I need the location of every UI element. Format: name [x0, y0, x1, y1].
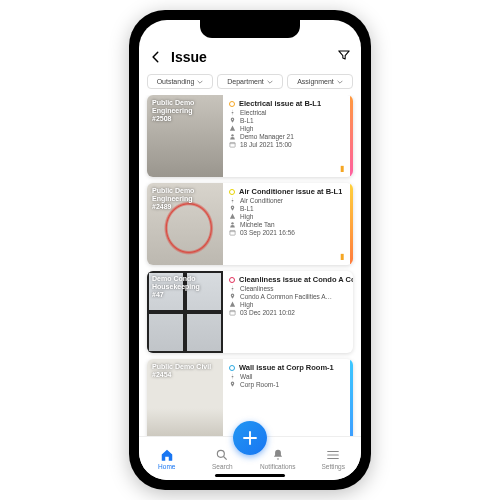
svg-rect-5: [230, 230, 235, 235]
issue-thumbnail: Public Demo Engineering#2508: [147, 95, 223, 177]
meta-category: Electrical: [229, 109, 344, 116]
accent-stripe: [350, 183, 353, 265]
chevron-down-icon: [337, 79, 343, 85]
issue-thumbnail: Public Demo Civil#2454: [147, 359, 223, 436]
status-bar: [139, 20, 361, 44]
screen: Issue Outstanding Department Assignment …: [139, 20, 361, 480]
filter-label: Outstanding: [157, 78, 195, 85]
svg-point-3: [232, 200, 234, 202]
meta-location: Corp Room-1: [229, 381, 344, 388]
bell-icon: [271, 448, 285, 462]
phone-frame: Issue Outstanding Department Assignment …: [129, 10, 371, 490]
tab-bar: Home Search Notifications Settings: [139, 436, 361, 480]
status-dot: [229, 189, 235, 195]
accent-stripe: [350, 359, 353, 436]
home-indicator: [215, 474, 285, 477]
svg-point-6: [232, 288, 234, 290]
meta-assignee: Michele Tan: [229, 221, 344, 228]
filter-label: Assignment: [297, 78, 334, 85]
svg-point-8: [232, 376, 234, 378]
issue-content: Cleanliness issue at Condo A Common Faci…: [223, 271, 353, 353]
meta-category: Cleanliness: [229, 285, 353, 292]
issue-title: Cleanliness issue at Condo A Common Faci…: [239, 275, 353, 284]
meta-date: 03 Sep 2021 16:56: [229, 229, 344, 236]
status-dot: [229, 101, 235, 107]
tab-label: Notifications: [260, 463, 295, 470]
project-label: Public Demo Engineering#2508: [152, 99, 218, 123]
filter-icon[interactable]: [337, 48, 351, 66]
issue-title: Wall issue at Corp Room-1: [239, 363, 334, 372]
home-icon: [160, 448, 174, 462]
meta-location: B-L1: [229, 117, 344, 124]
svg-rect-7: [230, 310, 235, 315]
back-button[interactable]: [149, 50, 167, 64]
meta-category: Air Conditioner: [229, 197, 344, 204]
tab-home[interactable]: Home: [147, 448, 187, 470]
header: Issue: [139, 44, 361, 74]
status-dot: [229, 365, 235, 371]
meta-category: Wall: [229, 373, 344, 380]
meta-date: 18 Jul 2021 15:00: [229, 141, 344, 148]
issue-card[interactable]: Public Demo Engineering#2489 Air Conditi…: [147, 183, 353, 265]
svg-rect-2: [230, 142, 235, 147]
meta-assignee: Demo Manager 21: [229, 133, 344, 140]
filter-department[interactable]: Department: [217, 74, 283, 89]
search-icon: [215, 448, 229, 462]
issue-title: Electrical issue at B-L1: [239, 99, 321, 108]
project-label: Demo Condo Housekeeping#47: [152, 275, 218, 299]
svg-point-1: [231, 134, 233, 136]
accent-stripe: [350, 95, 353, 177]
meta-priority: High: [229, 125, 344, 132]
chevron-down-icon: [267, 79, 273, 85]
issue-title: Air Conditioner issue at B-L1: [239, 187, 342, 196]
meta-priority: High: [229, 213, 344, 220]
tab-settings[interactable]: Settings: [313, 448, 353, 470]
menu-icon: [326, 448, 340, 462]
filter-outstanding[interactable]: Outstanding: [147, 74, 213, 89]
filter-assignment[interactable]: Assignment: [287, 74, 353, 89]
project-label: Public Demo Civil#2454: [152, 363, 218, 379]
issue-thumbnail: Demo Condo Housekeeping#47: [147, 271, 223, 353]
project-label: Public Demo Engineering#2489: [152, 187, 218, 211]
svg-point-4: [231, 222, 233, 224]
page-title: Issue: [171, 49, 337, 65]
filter-label: Department: [227, 78, 264, 85]
status-dot: [229, 277, 235, 283]
tab-label: Settings: [322, 463, 346, 470]
issue-content: Electrical issue at B-L1 Electrical B-L1…: [223, 95, 350, 177]
issue-list[interactable]: Public Demo Engineering#2508 Electrical …: [139, 95, 361, 436]
tab-label: Search: [212, 463, 233, 470]
tab-search[interactable]: Search: [202, 448, 242, 470]
filter-row: Outstanding Department Assignment: [139, 74, 361, 95]
meta-priority: High: [229, 301, 353, 308]
bookmark-icon[interactable]: ▮: [340, 164, 344, 173]
issue-thumbnail: Public Demo Engineering#2489: [147, 183, 223, 265]
chevron-down-icon: [197, 79, 203, 85]
meta-location: B-L1: [229, 205, 344, 212]
tab-label: Home: [158, 463, 175, 470]
meta-date: 03 Dec 2021 10:02: [229, 309, 353, 316]
issue-card[interactable]: Demo Condo Housekeeping#47 Cleanliness i…: [147, 271, 353, 353]
fab-add[interactable]: [233, 421, 267, 455]
issue-content: Air Conditioner issue at B-L1 Air Condit…: [223, 183, 350, 265]
issue-card[interactable]: Public Demo Engineering#2508 Electrical …: [147, 95, 353, 177]
meta-location: Condo A Common Facilities A…: [229, 293, 353, 300]
svg-point-9: [218, 450, 225, 457]
svg-point-0: [232, 112, 234, 114]
plus-icon: [241, 429, 259, 447]
bookmark-icon[interactable]: ▮: [340, 252, 344, 261]
tab-notifications[interactable]: Notifications: [258, 448, 298, 470]
